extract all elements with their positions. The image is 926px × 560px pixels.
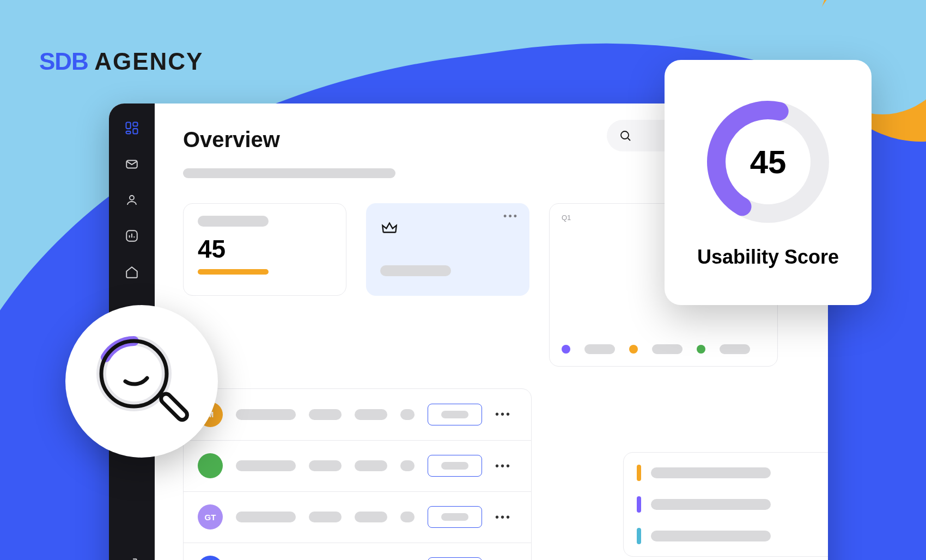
brand-word-1: SDB	[39, 48, 88, 75]
nav-dashboard[interactable]	[124, 120, 140, 136]
cell-placeholder	[236, 512, 296, 522]
search-icon	[619, 129, 632, 142]
svg-point-7	[621, 131, 629, 139]
cell-placeholder	[400, 512, 415, 522]
svg-rect-1	[133, 123, 137, 126]
logout-icon	[125, 557, 139, 560]
cell-placeholder	[236, 460, 296, 471]
row-action-button[interactable]	[428, 506, 482, 528]
chart-icon	[125, 229, 139, 243]
cell-placeholder	[400, 460, 415, 471]
cell-placeholder	[309, 460, 342, 471]
list-label-placeholder	[651, 467, 771, 478]
usability-score-card: 45 Usability Score	[665, 60, 872, 305]
cell-placeholder	[400, 409, 415, 420]
cell-placeholder	[355, 512, 387, 522]
nav-analytics[interactable]	[124, 228, 140, 244]
row-action-button[interactable]	[428, 404, 482, 425]
crown-icon	[380, 218, 515, 239]
subtitle-placeholder	[183, 168, 395, 178]
svg-point-5	[130, 196, 134, 200]
nav-logout[interactable]	[124, 556, 140, 560]
table-row[interactable]: •••	[184, 440, 531, 491]
home-icon	[125, 265, 139, 279]
cell-placeholder	[309, 409, 342, 420]
brand-word-2: AGENCY	[94, 48, 203, 75]
avatar	[198, 453, 223, 478]
svg-point-11	[101, 341, 167, 406]
cell-placeholder	[355, 409, 387, 420]
magnifier-badge	[65, 305, 218, 458]
card-more-icon[interactable]: •••	[503, 211, 519, 222]
metric-value: 45	[198, 234, 332, 264]
cell-placeholder	[309, 512, 342, 522]
table-row[interactable]: WH •••	[184, 543, 531, 560]
grid-icon	[124, 120, 139, 136]
legend-dot-purple	[562, 345, 570, 354]
list-item[interactable]	[637, 465, 828, 481]
svg-rect-2	[133, 129, 137, 133]
list-tick-purple	[637, 496, 641, 513]
row-action-button[interactable]	[428, 455, 482, 477]
list-label-placeholder	[651, 531, 771, 541]
metric-label-placeholder	[198, 216, 269, 227]
list-item[interactable]	[637, 496, 828, 513]
metric-card[interactable]: 45	[183, 203, 346, 296]
metric-underline	[198, 269, 269, 275]
list-tick-cyan	[637, 528, 641, 544]
usability-score-value: 45	[703, 96, 833, 227]
usability-score-label: Usability Score	[697, 246, 839, 269]
chart-period-label: Q1	[562, 214, 571, 222]
table-row[interactable]: GT •••	[184, 491, 531, 543]
row-more-icon[interactable]: •••	[495, 511, 511, 524]
svg-rect-0	[126, 123, 131, 129]
nav-home[interactable]	[124, 264, 140, 280]
activity-list	[623, 452, 828, 557]
cell-placeholder	[236, 409, 296, 420]
cell-placeholder	[355, 460, 387, 471]
chart-legend	[562, 344, 750, 354]
usability-donut: 45	[703, 96, 833, 227]
list-tick-orange	[637, 465, 641, 481]
row-action-button[interactable]	[428, 557, 482, 560]
svg-rect-3	[126, 131, 131, 134]
row-more-icon[interactable]: •••	[495, 460, 511, 472]
nav-inbox[interactable]	[124, 156, 140, 172]
table-row[interactable]: M •••	[184, 389, 531, 440]
avatar: GT	[198, 504, 223, 529]
legend-dot-green	[697, 345, 705, 354]
list-item[interactable]	[637, 528, 828, 544]
legend-dot-orange	[629, 345, 638, 354]
mail-icon	[125, 157, 139, 171]
users-table: M ••• ••• GT	[183, 388, 532, 560]
brand-logo: SDB AGENCY	[39, 48, 203, 75]
svg-rect-12	[159, 392, 189, 422]
featured-card[interactable]: •••	[366, 203, 529, 296]
legend-label-placeholder	[584, 344, 615, 354]
list-label-placeholder	[651, 499, 771, 510]
user-icon	[125, 193, 138, 206]
magnifier-icon	[87, 327, 196, 436]
row-more-icon[interactable]: •••	[495, 408, 511, 421]
legend-label-placeholder	[720, 344, 750, 354]
nav-profile[interactable]	[124, 192, 140, 208]
featured-label-placeholder	[380, 265, 451, 276]
legend-label-placeholder	[652, 344, 683, 354]
avatar: WH	[198, 556, 223, 560]
